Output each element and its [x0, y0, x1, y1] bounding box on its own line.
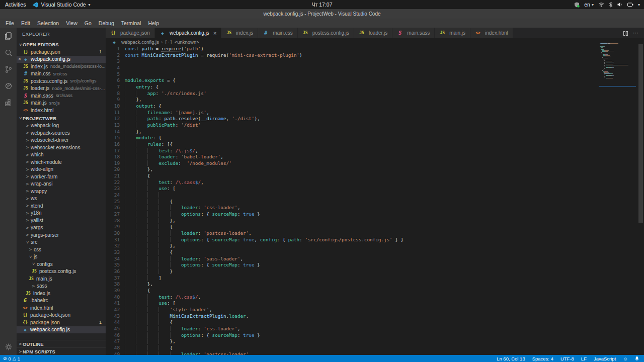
- tree-item-configs[interactable]: >configs: [17, 260, 106, 268]
- code-line[interactable]: 4: [106, 65, 644, 71]
- tab-postcss.config.js[interactable]: JSpostcss.config.js: [298, 28, 354, 38]
- code-line[interactable]: 38 },: [106, 281, 644, 288]
- code-line[interactable]: 31 options: { sourceMap: true, config: {…: [106, 237, 644, 243]
- code-line[interactable]: 45 loader: 'css-loader',: [106, 326, 644, 332]
- code-line[interactable]: 24: [106, 192, 644, 199]
- code-line[interactable]: 36 }: [106, 268, 644, 275]
- code-line[interactable]: 16 rules: [{: [106, 141, 644, 148]
- code-editor[interactable]: 1const path = require('path')2const Mini…: [106, 46, 644, 355]
- notifications-bell-icon[interactable]: [635, 356, 639, 361]
- language-mode[interactable]: JavaScript: [594, 356, 616, 361]
- menu-selection[interactable]: Selection: [34, 19, 62, 28]
- code-line[interactable]: 42 'style-loader',: [106, 307, 644, 313]
- code-line[interactable]: 18 loader: 'babel-loader',: [106, 154, 644, 160]
- npm-scripts-header[interactable]: > NPM SCRIPTS: [17, 347, 106, 355]
- code-line[interactable]: 21 {: [106, 173, 644, 179]
- tree-item-webpack-sources[interactable]: >webpack-sources: [17, 129, 106, 137]
- code-line[interactable]: 34 loader: 'sass-loader',: [106, 256, 644, 262]
- errors-count[interactable]: 0: [9, 356, 11, 361]
- tree-item-wide-align[interactable]: >wide-align: [17, 166, 106, 173]
- code-line[interactable]: 41 use: [: [106, 300, 644, 307]
- cursor-position[interactable]: Ln 60, Col 13: [497, 356, 525, 361]
- close-icon[interactable]: ×: [213, 30, 216, 36]
- code-line[interactable]: 2const MiniCssExtractPlugin = require('m…: [106, 52, 644, 59]
- minimap[interactable]: [599, 43, 636, 133]
- source-control-icon[interactable]: [0, 61, 17, 77]
- tree-item-yargs-parser[interactable]: >yargs-parser: [17, 231, 106, 239]
- code-line[interactable]: 26 loader: 'css-loader',: [106, 205, 644, 211]
- menu-debug[interactable]: Debug: [95, 19, 118, 28]
- code-line[interactable]: 49 loader: 'postcss-loader': [106, 351, 644, 355]
- code-line[interactable]: 1const path = require('path'): [106, 46, 644, 52]
- tree-item-src[interactable]: >src: [17, 239, 106, 246]
- extensions-icon[interactable]: [0, 94, 17, 111]
- clock[interactable]: Чт 17:07: [0, 2, 644, 8]
- tree-item-main.js[interactable]: JSmain.js: [17, 275, 106, 283]
- tree-item-worker-farm[interactable]: >worker-farm: [17, 173, 106, 180]
- tree-item-webpack-log[interactable]: >webpack-log: [17, 122, 106, 130]
- code-line[interactable]: 6module.exports = {: [106, 77, 644, 84]
- tab-main.js[interactable]: JSmain.js: [435, 28, 470, 38]
- tree-item-ws[interactable]: >ws: [17, 195, 106, 203]
- tree-item-postcss.config.js[interactable]: JSpostcss.config.js: [17, 268, 106, 276]
- tree-item-index.js[interactable]: JSindex.js: [17, 290, 106, 297]
- code-line[interactable]: 29 {: [106, 224, 644, 230]
- menu-terminal[interactable]: Terminal: [118, 19, 145, 28]
- tree-item-which[interactable]: >which: [17, 151, 106, 159]
- errors-icon[interactable]: ⊘: [3, 356, 7, 361]
- debug-icon[interactable]: [0, 77, 17, 94]
- open-editor-package.json[interactable]: {}package.json1: [17, 48, 106, 56]
- tree-item-webpack.config.js[interactable]: ◆webpack.config.js: [17, 326, 106, 334]
- tree-item-js[interactable]: >js: [17, 253, 106, 261]
- code-line[interactable]: 10 output: {: [106, 103, 644, 110]
- open-editor-webpack.config.js[interactable]: ×◆webpack.config.js: [17, 56, 106, 63]
- tree-item-yallist[interactable]: >yallist: [17, 217, 106, 224]
- code-line[interactable]: 13 publicPath: '/dist': [106, 122, 644, 129]
- indentation[interactable]: Spaces: 4: [532, 356, 553, 361]
- code-line[interactable]: 35 options: { sourceMap: true }: [106, 262, 644, 268]
- open-editor-index.html[interactable]: <>index.html: [17, 107, 106, 114]
- tab-webpack.config.js[interactable]: ◆webpack.config.js×: [155, 28, 221, 38]
- open-editor-postcss.config.js[interactable]: JSpostcss.config.jssrc/js/configs: [17, 77, 106, 85]
- tab-loader.js[interactable]: JSloader.js: [354, 28, 392, 38]
- shield-icon[interactable]: [574, 2, 580, 8]
- outline-header[interactable]: > OUTLINE: [17, 340, 106, 347]
- code-line[interactable]: 39 {: [106, 288, 644, 294]
- project-header[interactable]: > PROJECTWEB: [17, 115, 106, 122]
- tree-item-y18n[interactable]: >y18n: [17, 210, 106, 217]
- code-line[interactable]: 44 {: [106, 319, 644, 326]
- code-line[interactable]: 43 MiniCssExtractPlugin.loader,: [106, 313, 644, 320]
- tree-item-css[interactable]: >css: [17, 246, 106, 253]
- code-line[interactable]: 9 },: [106, 97, 644, 103]
- menu-help[interactable]: Help: [144, 19, 163, 28]
- open-editor-main.sass[interactable]: Smain.sasssrc/sass: [17, 92, 106, 100]
- code-line[interactable]: 27 options: { sourceMap: true }: [106, 211, 644, 218]
- code-line[interactable]: 11 filename: '[name].js',: [106, 110, 644, 116]
- open-editor-main.js[interactable]: JSmain.jssrc/js: [17, 100, 106, 107]
- feedback-smiley-icon[interactable]: ☺: [623, 356, 628, 361]
- chevron-down-icon[interactable]: ▾: [638, 3, 640, 7]
- vertical-scrollbar[interactable]: [638, 44, 643, 223]
- menu-view[interactable]: View: [62, 19, 81, 28]
- code-line[interactable]: 5: [106, 71, 644, 78]
- code-line[interactable]: 23 use: [: [106, 186, 644, 192]
- tree-item-package.json[interactable]: {}package.json1: [17, 319, 106, 326]
- warnings-icon[interactable]: △: [13, 356, 16, 361]
- code-line[interactable]: 30 loader: 'postcss-loader',: [106, 230, 644, 237]
- eol-sequence[interactable]: LF: [581, 356, 587, 361]
- tab-index.html[interactable]: <>index.html: [470, 28, 513, 38]
- code-line[interactable]: 7 entry: {: [106, 84, 644, 90]
- code-line[interactable]: 8 app: './src/index.js': [106, 90, 644, 97]
- volume-icon[interactable]: [617, 2, 623, 7]
- tree-item-sass[interactable]: >sass: [17, 283, 106, 290]
- warnings-count[interactable]: 1: [18, 356, 20, 361]
- code-line[interactable]: 12 path: path.resolve(__dirname, './dist…: [106, 116, 644, 122]
- tree-item-yargs[interactable]: >yargs: [17, 224, 106, 232]
- more-actions-icon[interactable]: ⋯: [633, 30, 639, 36]
- menu-file[interactable]: File: [2, 19, 18, 28]
- tab-package.json[interactable]: {}package.json: [106, 28, 155, 38]
- code-line[interactable]: 28 },: [106, 218, 644, 224]
- manage-gear-icon[interactable]: [0, 338, 17, 355]
- open-editor-main.css[interactable]: #main.csssrc/css: [17, 70, 106, 78]
- code-line[interactable]: 15 module: {: [106, 135, 644, 141]
